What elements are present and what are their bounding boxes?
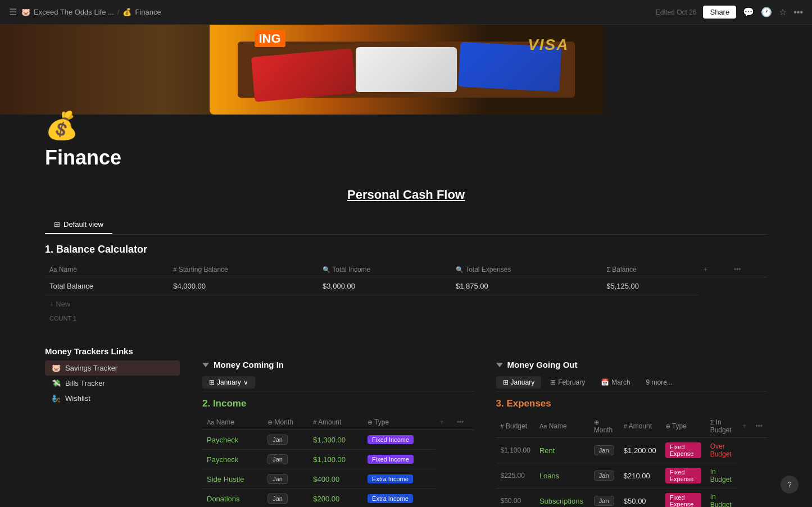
money-columns: Money Coming In ⊞ January ∨ 2. Income <box>202 346 767 507</box>
menu-icon[interactable]: ☰ <box>9 7 17 17</box>
income-table: Aa Name ⊕ Month # Amount ⊕ Type + ••• Pa… <box>202 415 474 507</box>
sidebar-item-wishlist[interactable]: 🧞 Wishlist <box>45 391 180 406</box>
visa-logo: VISA <box>528 36 569 54</box>
balance-calculator-section: 1. Balance Calculator Aa Name # Starting… <box>45 244 767 324</box>
money-going-out-section: Money Going Out ⊞ January ⊞ February 📅 <box>496 360 768 507</box>
expenses-tab-march[interactable]: 📅 March <box>594 376 637 389</box>
comment-icon[interactable]: 💬 <box>743 7 754 17</box>
wallet-inner <box>238 42 575 98</box>
income-type: Extra Income <box>363 489 436 508</box>
history-icon[interactable]: 🕐 <box>761 7 772 17</box>
income-col-type: ⊕ Type <box>363 415 436 430</box>
sidebar-heading: Money Trackers Links <box>45 346 180 356</box>
income-type: Fixed Income <box>363 430 436 450</box>
collapse-icon[interactable] <box>202 363 209 367</box>
income-month: Jan <box>263 450 309 469</box>
income-col-name: Aa Name <box>202 415 263 430</box>
page-icon: 💰 <box>45 101 767 146</box>
exp-type: Fixed Expense <box>661 488 706 508</box>
grid-icon-exp-feb: ⊞ <box>550 378 556 386</box>
money-going-out-label: Money Going Out <box>507 360 578 369</box>
exp-in-budget: In Budget <box>706 463 738 488</box>
collapse-icon-out[interactable] <box>496 363 503 367</box>
bills-emoji: 💸 <box>52 379 61 387</box>
col-balance: Σ Balance <box>602 262 699 277</box>
share-button[interactable]: Share <box>703 6 736 19</box>
income-name[interactable]: Paycheck <box>202 450 263 469</box>
money-coming-in-label: Money Coming In <box>214 360 284 369</box>
expenses-tab-more[interactable]: 9 more... <box>639 376 679 389</box>
exp-name[interactable]: Rent <box>535 438 589 463</box>
exp-name[interactable]: Subscriptions <box>535 488 589 508</box>
exp-type: Fixed Expense <box>661 438 706 463</box>
income-tab-january[interactable]: ⊞ January ∨ <box>202 376 255 389</box>
wishlist-emoji: 🧞 <box>52 394 61 403</box>
income-name[interactable]: Side Hustle <box>202 469 263 489</box>
expenses-tab-february[interactable]: ⊞ February <box>543 376 592 389</box>
exp-amount: $1,200.00 <box>619 438 661 463</box>
breadcrumb-emoji-1: 🐷 <box>21 8 30 16</box>
more-menu-icon[interactable]: ••• <box>793 7 803 17</box>
income-table-row: Paycheck Jan $1,100.00 Fixed Income <box>202 450 474 469</box>
exp-month: Jan <box>589 438 619 463</box>
exp-col-more[interactable]: ••• <box>751 415 767 438</box>
page-title: Finance <box>45 146 767 170</box>
exp-col-month: ⊕ Month <box>589 415 619 438</box>
balance-starting: $4,000.00 <box>169 277 318 295</box>
exp-type: Fixed Expense <box>661 463 706 488</box>
income-heading: 2. Income <box>202 398 474 409</box>
income-amount: $1,300.00 <box>309 430 363 450</box>
expenses-tab-january[interactable]: ⊞ January <box>496 376 542 389</box>
money-going-out-header: Money Going Out <box>496 360 768 369</box>
sidebar-item-savings-tracker[interactable]: 🐷 Savings Tracker <box>45 360 180 376</box>
exp-amount: $50.00 <box>619 488 661 508</box>
income-amount: $1,100.00 <box>309 450 363 469</box>
breadcrumb-label-2[interactable]: Finance <box>135 8 161 16</box>
balance-calculator-heading: 1. Balance Calculator <box>45 244 767 255</box>
chevron-down-icon: ∨ <box>243 378 248 386</box>
expenses-month-tabs: ⊞ January ⊞ February 📅 March 9 more.. <box>496 376 768 391</box>
favorite-icon[interactable]: ☆ <box>779 7 787 17</box>
card-white <box>356 47 457 92</box>
col-total-expenses: 🔍 Total Expenses <box>451 262 602 277</box>
col-name: Aa Name <box>45 262 169 277</box>
col-add[interactable]: + <box>699 262 729 277</box>
balance-total-expenses: $1,875.00 <box>451 277 602 295</box>
balance-add-new[interactable]: + New <box>45 295 767 313</box>
col-more[interactable]: ••• <box>729 262 767 277</box>
exp-in-budget: In Budget <box>706 488 738 508</box>
card-red <box>251 48 355 102</box>
balance-total-income: $3,000.00 <box>318 277 451 295</box>
exp-col-add[interactable]: + <box>738 415 751 438</box>
income-col-month: ⊕ Month <box>263 415 309 430</box>
balance-name[interactable]: Total Balance <box>45 277 169 295</box>
income-amount: $200.00 <box>309 489 363 508</box>
tab-default-view[interactable]: ⊞ Default view <box>45 216 112 234</box>
income-name[interactable]: Paycheck <box>202 430 263 450</box>
grid-icon-exp-jan: ⊞ <box>503 378 509 386</box>
breadcrumb-label-1[interactable]: Exceed The Odds Life ... <box>34 8 114 16</box>
income-table-row: Paycheck Jan $1,300.00 Fixed Income <box>202 430 474 450</box>
view-tabs: ⊞ Default view <box>45 216 767 235</box>
expenses-table-row: $1,100.00 Rent Jan $1,200.00 Fixed Expen… <box>496 438 768 463</box>
exp-budget: $1,100.00 <box>496 438 535 463</box>
topbar: ☰ 🐷 Exceed The Odds Life ... / 💰 Finance… <box>0 0 812 25</box>
exp-budget: $225.00 <box>496 463 535 488</box>
income-amount: $400.00 <box>309 469 363 489</box>
col-starting-balance: # Starting Balance <box>169 262 318 277</box>
income-col-amount: # Amount <box>309 415 363 430</box>
income-month: Jan <box>263 430 309 450</box>
exp-amount: $210.00 <box>619 463 661 488</box>
income-month-tabs: ⊞ January ∨ <box>202 376 474 391</box>
help-button[interactable]: ? <box>781 476 799 494</box>
sidebar-item-bills-tracker[interactable]: 💸 Bills Tracker <box>45 376 180 391</box>
income-col-add[interactable]: + <box>436 415 452 430</box>
income-table-row: Donations Jan $200.00 Extra Income <box>202 489 474 508</box>
exp-name[interactable]: Loans <box>535 463 589 488</box>
page-content: 💰 Finance Personal Cash Flow ⊞ Default v… <box>0 101 812 507</box>
income-name[interactable]: Donations <box>202 489 263 508</box>
col-total-income: 🔍 Total Income <box>318 262 451 277</box>
wishlist-label: Wishlist <box>65 394 90 403</box>
grid-icon-tab: ⊞ <box>54 220 60 229</box>
income-col-more[interactable]: ••• <box>452 415 474 430</box>
